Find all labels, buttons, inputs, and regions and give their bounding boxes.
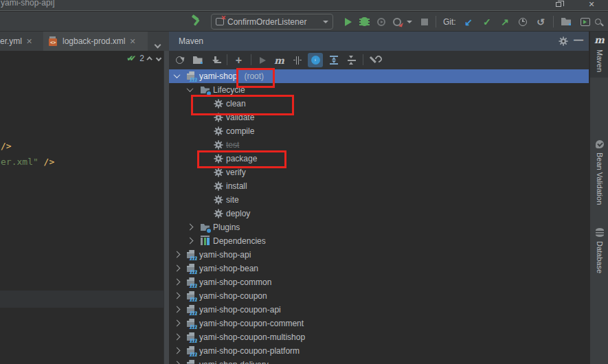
- stripe-button-maven[interactable]: m Maven: [590, 32, 608, 78]
- stripe-button-bean-validation[interactable]: Bean Validation: [590, 140, 608, 205]
- close-window-icon[interactable]: ✕: [587, 0, 596, 8]
- tree-row[interactable]: test: [169, 138, 589, 152]
- chevron-icon[interactable]: [174, 279, 181, 286]
- tree-row[interactable]: yami-shop-common: [169, 275, 589, 289]
- git-commit-button[interactable]: ✓: [483, 16, 491, 27]
- chevron-icon[interactable]: [174, 361, 181, 364]
- hidden-tabs-chevron-icon[interactable]: [155, 38, 161, 43]
- run-configuration-select[interactable]: ConfirmOrderListener: [211, 14, 333, 30]
- maven-m-icon: m: [594, 34, 605, 45]
- chevron-icon[interactable]: [174, 348, 181, 354]
- toggle-skip-tests-icon[interactable]: [308, 53, 323, 67]
- debug-button[interactable]: [361, 16, 368, 27]
- expand-all-icon[interactable]: [328, 54, 339, 66]
- chevron-icon[interactable]: [174, 265, 181, 272]
- chevron-icon[interactable]: [174, 293, 181, 299]
- run-button[interactable]: [345, 16, 352, 27]
- chevron-icon[interactable]: [187, 238, 194, 244]
- toolbar-separator: [363, 54, 363, 65]
- stripe-label: Maven: [596, 49, 604, 72]
- run-maven-build-icon[interactable]: [257, 54, 269, 66]
- chevron-icon[interactable]: [187, 85, 194, 92]
- tree-row[interactable]: Plugins: [169, 220, 589, 234]
- stop-button[interactable]: [421, 16, 428, 27]
- toolbar-separator: [436, 16, 436, 27]
- row-label: yami-shop-coupon-api: [199, 305, 281, 315]
- chevron-icon[interactable]: [174, 334, 181, 341]
- build-hammer-icon[interactable]: [190, 14, 203, 27]
- row-icon: [186, 318, 197, 329]
- row-label: deploy: [226, 209, 250, 218]
- stripe-button-database[interactable]: Database: [590, 228, 608, 273]
- lightning-icon: [311, 56, 320, 65]
- run-anything-button[interactable]: [581, 16, 590, 27]
- execute-maven-goal-icon[interactable]: m: [273, 54, 285, 66]
- tree-row[interactable]: Dependencies: [169, 234, 589, 248]
- close-tab-icon[interactable]: ✕: [129, 37, 135, 46]
- panel-splitter[interactable]: [164, 51, 169, 364]
- row-icon: [186, 345, 197, 356]
- window-title: yami-shop-api]: [1, 0, 55, 8]
- previous-problem-chevron-icon[interactable]: [146, 56, 152, 62]
- chevron-icon[interactable]: [174, 306, 181, 313]
- add-maven-project-icon[interactable]: +: [233, 54, 245, 66]
- row-label: yami-shop-coupon-platform: [199, 346, 300, 356]
- tree-row[interactable]: yami-shop-coupon-comment: [169, 317, 589, 330]
- tree-row[interactable]: yami-shop (root): [169, 69, 589, 83]
- close-tab-icon[interactable]: ✕: [26, 37, 32, 46]
- next-problem-chevron-icon[interactable]: [156, 56, 161, 61]
- tree-row[interactable]: site: [169, 193, 589, 207]
- tree-row[interactable]: yami-shop-coupon-multishop: [169, 330, 589, 344]
- tool-window-settings-gear-icon[interactable]: [559, 36, 568, 46]
- restore-window-icon[interactable]: [554, 1, 562, 9]
- inspections-widget[interactable]: ✔✔ 2: [126, 54, 161, 63]
- folders-icon: [561, 18, 571, 25]
- profiler-dropdown[interactable]: [407, 16, 412, 27]
- reimport-maven-icon[interactable]: [174, 54, 185, 66]
- row-icon: [200, 84, 211, 95]
- git-history-button[interactable]: [519, 16, 527, 27]
- row-icon: [200, 222, 211, 233]
- row-icon: [186, 332, 197, 343]
- tree-row[interactable]: yami-shop-coupon-api: [169, 303, 589, 317]
- tree-row[interactable]: deploy: [169, 207, 589, 220]
- tab-logback-prod-xml[interactable]: logback-prod.xml ✕: [43, 32, 148, 51]
- profiler-icon: [393, 18, 401, 26]
- chevron-icon[interactable]: [187, 224, 194, 231]
- hide-tool-window-icon[interactable]: —: [574, 34, 583, 45]
- toggle-offline-mode-icon[interactable]: [291, 54, 303, 66]
- generate-sources-folder-icon[interactable]: [192, 54, 203, 66]
- clock-icon: [519, 18, 527, 26]
- chevron-icon[interactable]: [174, 71, 181, 78]
- invalid-run-config-icon: [216, 18, 224, 25]
- tree-row[interactable]: compile: [169, 124, 589, 138]
- profiler-button[interactable]: [393, 16, 401, 27]
- editor-pane[interactable]: ✔✔ 2 /> er.xml" />: [0, 51, 164, 364]
- collapse-all-icon[interactable]: [346, 54, 357, 66]
- project-structure-button[interactable]: [561, 16, 571, 27]
- row-label: yami-shop-bean: [199, 264, 258, 273]
- coverage-button[interactable]: [377, 16, 385, 27]
- tab-docker-yml[interactable]: ker.yml ✕: [0, 32, 38, 51]
- code-line: />: [1, 141, 12, 151]
- chevron-icon[interactable]: [174, 251, 181, 258]
- tree-row[interactable]: yami-shop-coupon: [169, 289, 589, 303]
- search-icon: [595, 19, 601, 25]
- tree-row[interactable]: yami-shop-bean: [169, 262, 589, 275]
- tree-row[interactable]: yami-shop-delivery: [169, 358, 589, 364]
- tree-row[interactable]: yami-shop-coupon-platform: [169, 344, 589, 358]
- check-icon: ✓: [483, 16, 491, 27]
- maven-settings-wrench-icon[interactable]: [369, 54, 381, 66]
- chevron-icon[interactable]: [174, 320, 181, 327]
- row-icon: [213, 181, 224, 192]
- tree-row[interactable]: yami-shop-api: [169, 248, 589, 262]
- download-sources-icon[interactable]: [210, 54, 221, 66]
- search-everywhere-button[interactable]: [595, 16, 601, 27]
- coverage-icon: [377, 18, 385, 26]
- git-rollback-button[interactable]: ↺: [537, 16, 545, 27]
- tree-row[interactable]: install: [169, 179, 589, 193]
- git-push-button[interactable]: ↗: [501, 16, 509, 27]
- row-label: site: [226, 195, 239, 205]
- git-update-button[interactable]: ↙: [464, 16, 473, 27]
- row-label: yami-shop-common: [199, 277, 271, 287]
